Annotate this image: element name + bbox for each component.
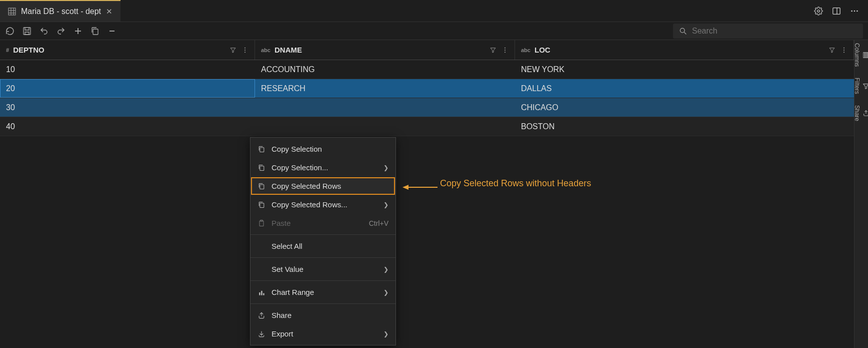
menu-copy-selected-rows[interactable]: Copy Selected Rows — [250, 177, 396, 195]
svg-rect-31 — [260, 221, 264, 226]
chevron-right-icon: ❯ — [384, 201, 388, 208]
save-button[interactable] — [22, 26, 32, 36]
menu-separator — [250, 303, 396, 304]
undo-button[interactable] — [39, 26, 49, 36]
menu-separator — [250, 257, 396, 258]
svg-point-24 — [844, 47, 844, 48]
chart-icon — [258, 288, 266, 296]
cell-deptno[interactable]: 20 — [0, 79, 255, 98]
svg-point-18 — [244, 47, 246, 48]
redo-button[interactable] — [56, 26, 66, 36]
svg-point-25 — [844, 49, 844, 50]
chevron-right-icon: ❯ — [384, 289, 388, 296]
side-tab-filters[interactable]: Filters — [854, 78, 868, 94]
svg-rect-28 — [260, 166, 264, 170]
cell-dname[interactable]: ACCOUNTING — [255, 60, 515, 79]
svg-point-26 — [844, 52, 844, 53]
number-type-icon: # — [6, 47, 9, 53]
data-grid: # DEPTNO abc DNAME abc LOC — [0, 40, 854, 348]
menu-export[interactable]: Export ❯ — [250, 324, 396, 343]
svg-point-5 — [818, 10, 820, 12]
svg-point-10 — [856, 10, 858, 12]
menu-paste[interactable]: Paste Ctrl+V — [250, 214, 396, 232]
svg-point-19 — [244, 49, 246, 50]
filter-icon[interactable] — [230, 47, 236, 54]
cell-dname[interactable] — [255, 98, 515, 117]
svg-rect-30 — [260, 203, 264, 207]
gear-icon[interactable] — [814, 7, 823, 16]
search-box[interactable] — [673, 24, 863, 39]
svg-line-17 — [684, 32, 686, 34]
column-header-dname[interactable]: abc DNAME — [255, 40, 515, 60]
cell-deptno[interactable]: 10 — [0, 60, 255, 79]
editor-tab[interactable]: Maria DB - scott - dept ✕ — [0, 0, 120, 22]
svg-rect-39 — [865, 52, 866, 58]
titlebar: Maria DB - scott - dept ✕ — [0, 0, 868, 22]
svg-point-9 — [854, 10, 856, 12]
table-row[interactable]: 30 CHICAGO — [0, 98, 854, 117]
copy-button[interactable] — [90, 26, 100, 36]
share-icon — [258, 311, 266, 319]
filter-icon[interactable] — [828, 47, 836, 54]
table-row[interactable]: 10 ACCOUNTING NEW YORK — [0, 60, 854, 79]
grid-body: 10 ACCOUNTING NEW YORK 20 RESEARCH DALLA… — [0, 60, 854, 136]
menu-set-value[interactable]: Set Value ❯ — [250, 260, 396, 278]
menu-select-all[interactable]: Select All — [250, 237, 396, 255]
cell-loc[interactable]: DALLAS — [515, 79, 854, 98]
search-input[interactable] — [692, 27, 857, 36]
text-type-icon: abc — [521, 47, 530, 53]
cell-loc[interactable]: BOSTON — [515, 117, 854, 136]
svg-rect-38 — [863, 52, 864, 58]
column-name: LOC — [534, 46, 550, 54]
cell-dname[interactable]: RESEARCH — [255, 79, 515, 98]
table-row[interactable]: 20 RESEARCH DALLAS — [0, 79, 854, 98]
menu-copy-selection-submenu[interactable]: Copy Selection... ❯ — [250, 158, 396, 177]
cell-loc[interactable]: CHICAGO — [515, 98, 854, 117]
svg-point-21 — [504, 47, 506, 48]
cell-deptno[interactable]: 40 — [0, 117, 255, 136]
cell-dname[interactable] — [255, 117, 515, 136]
column-menu-icon[interactable] — [840, 47, 848, 54]
column-name: DNAME — [274, 46, 302, 54]
menu-separator — [250, 234, 396, 235]
side-tab-share[interactable]: Share — [854, 105, 868, 121]
menu-item-label: Select All — [272, 242, 388, 250]
menu-chart-range[interactable]: Chart Range ❯ — [250, 283, 396, 301]
filter-icon[interactable] — [490, 47, 496, 54]
more-icon[interactable] — [850, 7, 859, 16]
menu-copy-selected-rows-submenu[interactable]: Copy Selected Rows... ❯ — [250, 195, 396, 214]
side-tab-label: Filters — [854, 78, 860, 94]
cell-loc[interactable]: NEW YORK — [515, 60, 854, 79]
remove-row-button[interactable] — [107, 26, 117, 36]
annotation-arrow — [402, 182, 438, 192]
refresh-button[interactable] — [5, 26, 15, 36]
svg-rect-27 — [260, 147, 264, 152]
panel-icon[interactable] — [832, 7, 841, 16]
menu-item-label: Paste — [272, 219, 363, 227]
svg-rect-34 — [261, 290, 262, 295]
tab-title: Maria DB - scott - dept — [21, 7, 101, 16]
column-header-loc[interactable]: abc LOC — [515, 40, 854, 60]
side-tab-columns[interactable]: Columns — [854, 43, 868, 67]
tab-strip: Maria DB - scott - dept ✕ — [0, 0, 120, 22]
column-menu-icon[interactable] — [502, 47, 508, 54]
side-tab-label: Columns — [854, 43, 860, 67]
search-icon — [679, 27, 687, 35]
column-menu-icon[interactable] — [242, 47, 248, 54]
close-icon[interactable]: ✕ — [106, 7, 112, 16]
titlebar-actions — [814, 7, 868, 16]
context-menu: Copy Selection Copy Selection... ❯ Copy … — [250, 137, 396, 345]
svg-rect-33 — [259, 292, 260, 295]
menu-item-label: Copy Selection... — [272, 163, 378, 172]
column-header-deptno[interactable]: # DEPTNO — [0, 40, 255, 60]
svg-rect-35 — [263, 293, 264, 295]
add-row-button[interactable] — [73, 26, 83, 36]
text-type-icon: abc — [261, 47, 270, 53]
menu-item-label: Chart Range — [272, 288, 378, 296]
table-icon — [8, 8, 16, 16]
table-row[interactable]: 40 BOSTON — [0, 117, 854, 136]
cell-deptno[interactable]: 30 — [0, 98, 255, 117]
menu-share[interactable]: Share — [250, 306, 396, 324]
menu-copy-selection[interactable]: Copy Selection — [250, 140, 396, 158]
export-icon — [258, 330, 266, 338]
